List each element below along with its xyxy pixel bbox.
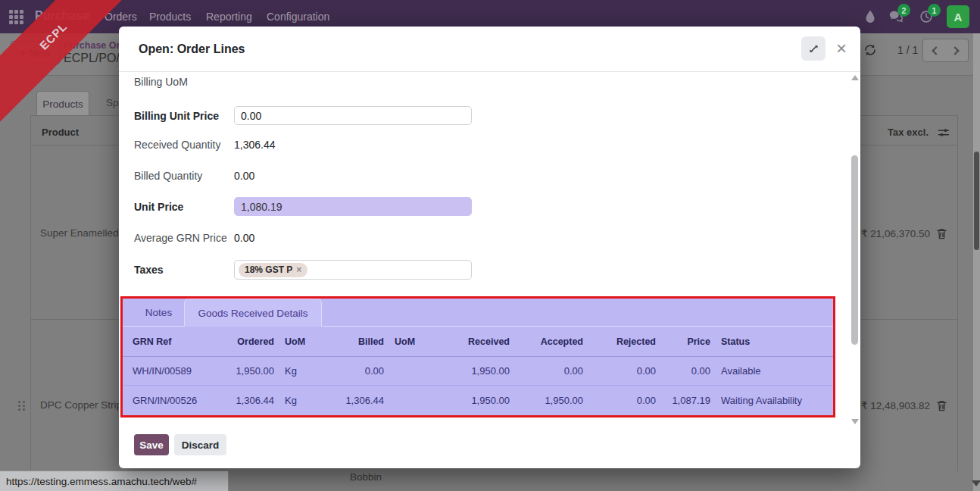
table-row[interactable]: GRN/IN/00526 1,306.44 Kg 1,306.44 1,950.… [123,386,833,414]
messages-badge: 2 [897,4,910,17]
menu-item-configuration[interactable]: Configuration [267,11,329,23]
menu-item-products[interactable]: Products [149,11,191,23]
cell-uom: Kg [274,365,316,377]
field-label-billing-uom: Billing UoM [134,76,188,88]
cell-rejected: 0.00 [583,365,656,377]
optional-columns-icon[interactable] [938,127,950,138]
cell-price: 0.00 [656,365,710,377]
column-header-tax-excl[interactable]: Tax excl. [863,127,929,138]
page-scrollbar-thumb[interactable] [974,152,979,250]
menu-item-reporting[interactable]: Reporting [206,11,252,23]
pager-count: 1 / 1 [897,44,918,56]
field-label-billed-quantity: Billed Quantity [134,170,202,182]
col-received[interactable]: Received [426,336,510,347]
cell-status: Waiting Availability [710,395,833,406]
col-rejected[interactable]: Rejected [583,336,656,347]
annotated-notebook: Notes Goods Received Details GRN Ref Ord… [120,296,835,418]
tag-remove-icon[interactable]: × [296,264,301,275]
average-grn-price-value: 0.00 [234,232,254,244]
pager-previous-button[interactable] [922,39,946,62]
cell-status: Available [710,365,833,377]
cell-accepted: 0.00 [510,365,583,377]
col-billed[interactable]: Billed [316,336,384,347]
order-line-product[interactable]: DPC Copper Strip [40,399,119,411]
tab-goods-received-details[interactable]: Goods Received Details [184,299,322,327]
col-grn-ref[interactable]: GRN Ref [133,336,231,347]
scroll-down-icon[interactable] [851,419,859,424]
dialog-scrollbar-thumb[interactable] [851,155,858,345]
page-scrollbar[interactable] [973,33,980,491]
col-status[interactable]: Status [710,336,833,347]
field-label-taxes: Taxes [134,264,164,276]
scroll-down-icon[interactable] [972,480,980,486]
screen: Purchase Orders Products Reporting Confi… [0,0,980,491]
col-accepted[interactable]: Accepted [510,336,583,347]
taxes-input[interactable]: 18% GST P × [234,260,472,280]
col-uom-2[interactable]: UoM [384,336,426,347]
dialog-title: Open: Order Lines [139,42,245,56]
user-avatar[interactable]: A [947,5,969,28]
dialog-header: Open: Order Lines × [119,27,860,72]
cell-uom: Kg [274,395,316,406]
pager-next-button[interactable] [945,39,969,62]
droplet-icon[interactable] [862,8,879,25]
field-label-received-quantity: Received Quantity [134,139,220,151]
scroll-up-icon[interactable] [851,75,859,80]
cell-billed: 0.00 [316,365,384,377]
cell-received: 1,950.00 [426,395,510,406]
column-header-product[interactable]: Product [42,127,79,138]
apps-menu-icon[interactable] [9,10,24,25]
cell-accepted: 1,950.00 [510,395,583,406]
cell-rejected: 0.00 [583,395,656,406]
billing-unit-price-input[interactable] [234,106,472,125]
expand-button[interactable] [801,36,826,61]
trash-icon[interactable] [936,399,947,411]
order-line-product[interactable]: Super Enamelled [40,227,119,239]
field-label-unit-price: Unit Price [134,201,183,213]
tab-notes[interactable]: Notes [133,299,184,327]
refresh-icon[interactable] [863,43,877,57]
tax-tag: 18% GST P × [239,263,307,277]
activity-clock-icon[interactable]: 1 [918,8,935,25]
save-button[interactable]: Save [134,434,169,455]
tab-products[interactable]: Products [36,91,89,116]
divider [30,115,31,471]
breadcrumb-record: ECPL/PO/26 [64,52,120,65]
cell-ordered: 1,306.44 [231,395,274,406]
order-lines-dialog: Open: Order Lines × Billing UoM Billing … [119,27,860,468]
close-icon[interactable]: × [832,39,851,58]
cell-price: 1,087.19 [656,395,710,406]
billed-quantity-value: 0.00 [234,170,254,182]
order-line-cell: Bobbin [350,471,382,483]
divider [957,115,958,471]
received-quantity-value: 1,306.44 [234,139,276,151]
cell-received: 1,950.00 [426,365,510,377]
table-row[interactable]: WH/IN/00589 1,950.00 Kg 0.00 1,950.00 0.… [123,357,833,386]
field-label-average-grn-price: Average GRN Price [134,232,227,244]
ribbon-label: ECPL [36,19,69,52]
tab-partial[interactable]: Sp [106,97,119,108]
chevron-right-icon [950,46,959,55]
grn-table-header: GRN Ref Ordered UoM Billed UoM Received … [123,327,833,357]
messages-icon[interactable]: 2 [888,8,904,25]
unit-price-input[interactable] [234,197,472,216]
col-price[interactable]: Price [656,336,710,347]
cell-grn-ref: WH/IN/00589 [133,365,231,377]
col-ordered[interactable]: Ordered [231,336,274,347]
expand-icon [808,43,819,55]
cell-ordered: 1,950.00 [231,365,274,377]
chevron-left-icon [932,46,940,55]
field-label-billing-unit-price: Billing Unit Price [134,110,219,122]
drag-handle-icon[interactable] [18,401,27,412]
discard-button[interactable]: Discard [174,434,226,455]
col-uom[interactable]: UoM [274,336,316,347]
cell-grn-ref: GRN/IN/00526 [133,395,231,406]
activity-badge: 1 [928,4,941,17]
dialog-scrollbar[interactable] [850,73,860,426]
cell-billed: 1,306.44 [316,395,384,406]
browser-status-url: https://testing.emmess.amachu.tech/web# [0,471,229,491]
notebook-tabs: Notes Goods Received Details [123,299,833,327]
trash-icon[interactable] [936,227,947,239]
tax-tag-label: 18% GST P [245,264,292,275]
